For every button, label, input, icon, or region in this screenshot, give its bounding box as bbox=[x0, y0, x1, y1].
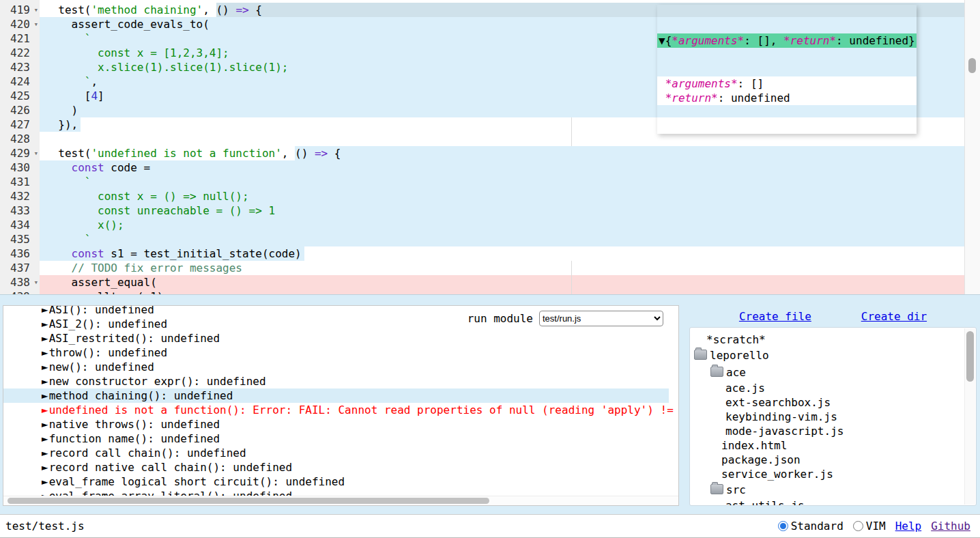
line-number: 426 bbox=[0, 103, 40, 117]
output-item[interactable]: ►record native call chain(): undefined bbox=[3, 460, 669, 475]
code-line[interactable]: 431 ` bbox=[0, 175, 965, 189]
create-dir-link[interactable]: Create dir bbox=[861, 310, 927, 323]
tree-item[interactable]: src bbox=[690, 481, 976, 498]
output-item-label: throw(): undefined bbox=[49, 346, 167, 359]
tooltip-row[interactable]: *return*: undefined bbox=[657, 91, 917, 105]
output-item-label: ASI(): undefined bbox=[49, 305, 154, 316]
tree-item[interactable]: ace.js bbox=[690, 381, 976, 395]
output-item[interactable]: ►new(): undefined bbox=[3, 360, 669, 374]
expand-icon[interactable]: ► bbox=[42, 360, 48, 373]
output-item-label: new(): undefined bbox=[49, 360, 154, 373]
output-item[interactable]: ►eval_frame logical short circuit(): und… bbox=[3, 475, 669, 489]
radio-standard[interactable] bbox=[778, 521, 788, 531]
output-item-label: record native call chain(): undefined bbox=[49, 461, 292, 474]
expand-icon[interactable]: ► bbox=[42, 475, 48, 488]
code-line[interactable]: 437 // TODO fix error messages bbox=[0, 261, 965, 275]
line-number-text: 424 bbox=[10, 75, 30, 88]
tree-item[interactable]: *scratch* bbox=[690, 332, 976, 347]
run-module-select[interactable]: test/run.js bbox=[539, 311, 663, 326]
code-line[interactable]: 438▾ assert_equal( bbox=[0, 275, 965, 289]
tree-item[interactable]: package.json bbox=[690, 453, 976, 467]
tree-item[interactable]: index.html bbox=[690, 438, 976, 453]
code-line[interactable]: 433 const unreachable = () => 1 bbox=[0, 203, 965, 218]
output-item-label: record call chain(): undefined bbox=[49, 447, 246, 459]
fold-arrow-icon[interactable]: ▾ bbox=[33, 146, 38, 160]
line-number-text: 430 bbox=[10, 161, 30, 174]
expand-icon[interactable]: ► bbox=[42, 375, 48, 388]
editor-scrollbar-thumb[interactable] bbox=[968, 58, 976, 73]
status-bar: test/test.js Standard VIM Help Github bbox=[0, 514, 980, 538]
output-item[interactable]: ►function name(): undefined bbox=[3, 431, 669, 446]
output-panel: ►ASI(): undefined►ASI_2(): undefined►ASI… bbox=[3, 305, 679, 506]
line-number: 437 bbox=[0, 261, 40, 275]
output-item[interactable]: ►new constructor expr(): undefined bbox=[3, 374, 669, 388]
expand-icon[interactable]: ► bbox=[42, 404, 48, 416]
editor-scrollbar[interactable] bbox=[964, 0, 980, 294]
tree-item-label: mode-javascript.js bbox=[725, 425, 844, 438]
help-link[interactable]: Help bbox=[895, 520, 922, 533]
code-line[interactable]: 430 const code = bbox=[0, 160, 965, 175]
tree-scrollbar-thumb[interactable] bbox=[966, 331, 974, 382]
code-line[interactable]: 428 bbox=[0, 132, 965, 146]
output-horizontal-scrollbar-thumb[interactable] bbox=[8, 498, 489, 504]
files-panel: Create file Create dir *scratch*leporell… bbox=[689, 305, 977, 506]
fold-arrow-icon[interactable]: ▾ bbox=[33, 3, 38, 17]
output-item-label: method chaining(): undefined bbox=[49, 389, 233, 402]
output-item[interactable]: ►method chaining(): undefined bbox=[3, 388, 669, 403]
expand-icon[interactable]: ► bbox=[42, 317, 48, 330]
tree-item[interactable]: keybinding-vim.js bbox=[690, 410, 976, 424]
tree-item[interactable]: service_worker.js bbox=[690, 467, 976, 481]
code-line[interactable]: 439 calltree(s1) bbox=[0, 289, 965, 295]
tree-item[interactable]: ace bbox=[690, 364, 976, 381]
line-number-text: 438 bbox=[10, 276, 30, 289]
code-line[interactable]: 434 x(); bbox=[0, 218, 965, 232]
tree-item[interactable]: ext-searchbox.js bbox=[690, 395, 976, 410]
code-line[interactable]: 436 const s1 = test_initial_state(code) bbox=[0, 246, 965, 261]
code-text: const x = () => null(); bbox=[40, 189, 965, 203]
radio-vim[interactable] bbox=[853, 521, 863, 531]
line-number-text: 422 bbox=[10, 46, 30, 59]
expand-icon[interactable]: ► bbox=[42, 346, 48, 359]
expand-icon[interactable]: ► bbox=[42, 418, 48, 431]
code-line[interactable]: 435 ` bbox=[0, 232, 965, 246]
tree-item[interactable]: leporello bbox=[690, 347, 976, 364]
line-number-text: 437 bbox=[10, 261, 30, 274]
line-number-text: 420 bbox=[10, 18, 30, 31]
line-number-text: 429 bbox=[10, 147, 30, 160]
output-item[interactable]: ►native throws(): undefined bbox=[3, 417, 669, 431]
line-number: 421 bbox=[0, 31, 40, 46]
fold-arrow-icon[interactable]: ▾ bbox=[33, 17, 38, 31]
output-item[interactable]: ►throw(): undefined bbox=[3, 345, 669, 360]
code-editor[interactable]: 419▾ test('method chaining', () => {420▾… bbox=[0, 0, 980, 295]
expand-icon[interactable]: ► bbox=[42, 447, 48, 459]
tooltip-header[interactable]: ▼{*arguments*: [], *return*: undefined} bbox=[657, 33, 917, 48]
output-horizontal-scrollbar[interactable] bbox=[3, 496, 678, 505]
current-file-path: test/test.js bbox=[5, 520, 85, 533]
tree-scrollbar[interactable] bbox=[964, 328, 975, 505]
code-line[interactable]: 429▾ test('undefined is not a function',… bbox=[0, 146, 965, 160]
expand-icon[interactable]: ► bbox=[42, 432, 48, 445]
line-number-text: 433 bbox=[10, 204, 30, 217]
fold-arrow-icon[interactable]: ▾ bbox=[33, 275, 38, 289]
create-file-link[interactable]: Create file bbox=[739, 310, 811, 323]
output-item[interactable]: ►record call chain(): undefined bbox=[3, 446, 669, 460]
output-item[interactable]: ►ASI_restrited(): undefined bbox=[3, 331, 669, 345]
tree-item[interactable]: ast_utils.js bbox=[690, 498, 976, 506]
github-link[interactable]: Github bbox=[931, 520, 970, 533]
line-number: 431 bbox=[0, 175, 40, 189]
expand-icon[interactable]: ► bbox=[42, 305, 48, 316]
tree-item[interactable]: mode-javascript.js bbox=[690, 424, 976, 438]
output-item[interactable]: ►undefined is not a function(): Error: F… bbox=[3, 403, 669, 417]
radio-standard-label: Standard bbox=[791, 520, 844, 533]
expand-icon[interactable]: ► bbox=[42, 461, 48, 474]
expand-icon[interactable]: ► bbox=[42, 332, 48, 345]
output-item-label: eval_frame logical short circuit(): unde… bbox=[49, 475, 345, 488]
line-number: 424 bbox=[0, 74, 40, 89]
files-header: Create file Create dir bbox=[689, 305, 977, 327]
code-line[interactable]: 432 const x = () => null(); bbox=[0, 189, 965, 203]
keybinding-standard[interactable]: Standard bbox=[778, 520, 844, 533]
keybinding-vim[interactable]: VIM bbox=[853, 520, 886, 533]
output-item-label: ASI_2(): undefined bbox=[49, 317, 167, 330]
expand-icon[interactable]: ► bbox=[42, 389, 48, 402]
tooltip-row[interactable]: *arguments*: [] bbox=[657, 76, 917, 91]
